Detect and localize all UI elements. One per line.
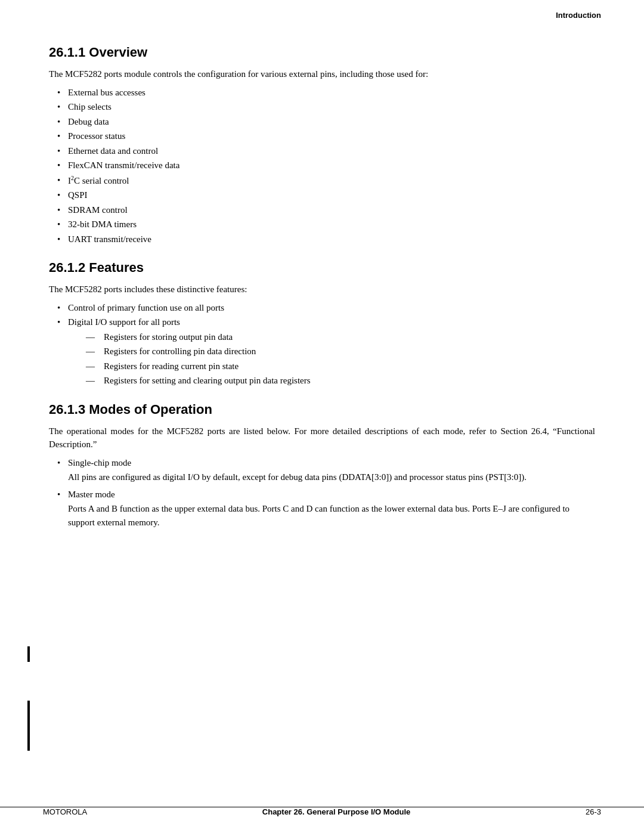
modes-bullet-list: Single-chip mode All pins are configured… <box>49 456 595 529</box>
singlechip-sub: All pins are configured as digital I/O b… <box>68 470 595 484</box>
list-item: Chip selects <box>49 100 595 114</box>
section-overview-intro: The MCF5282 ports module controls the co… <box>49 67 595 81</box>
change-bar-2 <box>27 701 30 751</box>
list-item: SDRAM control <box>49 203 595 217</box>
overview-bullet-list: External bus accesses Chip selects Debug… <box>49 86 595 246</box>
header-text: Introduction <box>556 11 601 20</box>
footer-page: 26-3 <box>586 807 601 816</box>
list-item: I2C serial control <box>49 174 595 188</box>
section-overview-title: 26.1.1 Overview <box>49 45 595 60</box>
list-item-singlechip: Single-chip mode All pins are configured… <box>49 456 595 484</box>
footer-chapter: Chapter 26. General Purpose I/O Module <box>262 807 411 816</box>
section-modes: 26.1.3 Modes of Operation The operationa… <box>49 402 595 529</box>
list-item: UART transmit/receive <box>49 233 595 246</box>
section-modes-title: 26.1.3 Modes of Operation <box>49 402 595 417</box>
list-item: Ethernet data and control <box>49 144 595 158</box>
features-bullet-list: Control of primary function use on all p… <box>49 301 595 388</box>
sub-list-item: Registers for controlling pin data direc… <box>68 345 595 358</box>
list-item: Debug data <box>49 115 595 129</box>
list-item: External bus accesses <box>49 86 595 100</box>
page: Introduction 26.1.1 Overview The MCF5282… <box>0 0 644 833</box>
sub-list-item: Registers for setting and clearing outpu… <box>68 374 595 388</box>
section-modes-intro: The operational modes for the MCF5282 po… <box>49 425 595 451</box>
list-item: QSPI <box>49 188 595 202</box>
section-features-title: 26.1.2 Features <box>49 260 595 275</box>
sub-list-item: Registers for reading current pin state <box>68 360 595 373</box>
list-item: FlexCAN transmit/receive data <box>49 159 595 172</box>
section-features: 26.1.2 Features The MCF5282 ports includ… <box>49 260 595 388</box>
list-item: 32-bit DMA timers <box>49 218 595 231</box>
list-item: Control of primary function use on all p… <box>49 301 595 315</box>
change-bar-1 <box>27 646 30 662</box>
list-item: Processor status <box>49 129 595 143</box>
section-overview: 26.1.1 Overview The MCF5282 ports module… <box>49 45 595 246</box>
list-item-master: Master mode Ports A and B function as th… <box>49 488 595 529</box>
master-sub: Ports A and B function as the upper exte… <box>68 502 595 529</box>
sub-list-item: Registers for storing output pin data <box>68 330 595 344</box>
page-footer: MOTOROLA Chapter 26. General Purpose I/O… <box>0 807 644 816</box>
page-content: 26.1.1 Overview The MCF5282 ports module… <box>0 24 644 569</box>
list-item: Digital I/O support for all ports Regist… <box>49 315 595 388</box>
page-header: Introduction <box>0 0 644 24</box>
section-features-intro: The MCF5282 ports includes these distinc… <box>49 283 595 296</box>
footer-brand: MOTOROLA <box>43 807 87 816</box>
features-sub-bullet-list: Registers for storing output pin data Re… <box>68 330 595 388</box>
